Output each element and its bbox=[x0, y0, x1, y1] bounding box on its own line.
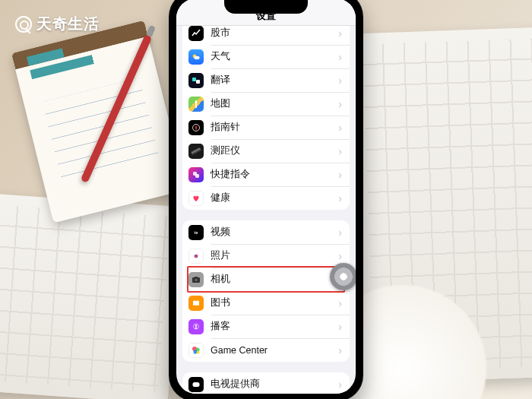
measure-icon bbox=[188, 144, 204, 159]
svg-text:tv: tv bbox=[195, 230, 198, 235]
row-label: 视频 bbox=[211, 226, 331, 239]
row-label: 电视提供商 bbox=[211, 378, 331, 391]
row-label: 健康 bbox=[211, 192, 331, 204]
svg-rect-34 bbox=[193, 382, 200, 387]
svg-point-33 bbox=[197, 350, 200, 353]
row-label: 相机 bbox=[211, 273, 331, 286]
row-camera[interactable]: 相机 › bbox=[182, 268, 350, 291]
chevron-right-icon: › bbox=[338, 169, 342, 181]
svg-rect-2 bbox=[192, 78, 196, 81]
row-label: 翻译 bbox=[211, 74, 331, 87]
phone-screen: 设置 股市 › 天气 › bbox=[176, 0, 356, 394]
row-translate[interactable]: 翻译 › bbox=[182, 68, 350, 92]
books-icon bbox=[188, 296, 204, 311]
camera-icon bbox=[188, 272, 204, 287]
phone-notch bbox=[224, 0, 308, 14]
chevron-right-icon: › bbox=[338, 378, 342, 391]
compass-icon bbox=[188, 120, 204, 135]
settings-group-2: tv 视频 › 照片 › 相机 › bbox=[182, 220, 350, 362]
gamecenter-icon bbox=[188, 343, 204, 358]
row-compass[interactable]: 指南针 › bbox=[182, 116, 350, 139]
svg-rect-7 bbox=[191, 147, 201, 154]
assistive-touch-button[interactable] bbox=[330, 263, 356, 290]
settings-scroll[interactable]: 股市 › 天气 › 翻译 › bbox=[176, 26, 356, 394]
row-label: 股市 bbox=[211, 27, 331, 40]
keyboard-left bbox=[0, 188, 182, 399]
row-label: 天气 bbox=[211, 50, 331, 63]
row-tvprovider[interactable]: 电视提供商 › bbox=[182, 372, 350, 394]
svg-rect-15 bbox=[195, 174, 199, 178]
translate-icon bbox=[188, 73, 204, 88]
svg-point-1 bbox=[194, 55, 199, 59]
row-podcasts[interactable]: 播客 › bbox=[182, 315, 350, 338]
row-label: 图书 bbox=[211, 296, 331, 309]
chevron-right-icon: › bbox=[338, 98, 342, 110]
chevron-right-icon: › bbox=[338, 344, 342, 356]
row-label: 测距仪 bbox=[211, 144, 331, 157]
chevron-right-icon: › bbox=[338, 51, 342, 63]
row-tv[interactable]: tv 视频 › bbox=[182, 220, 350, 244]
chevron-right-icon: › bbox=[338, 250, 342, 262]
row-label: Game Center bbox=[211, 345, 331, 356]
row-weather[interactable]: 天气 › bbox=[182, 45, 350, 68]
svg-point-26 bbox=[195, 278, 198, 281]
photos-icon bbox=[188, 249, 204, 264]
podcasts-icon bbox=[188, 319, 204, 334]
row-gamecenter[interactable]: Game Center › bbox=[182, 338, 350, 362]
row-label: 快捷指令 bbox=[211, 168, 331, 181]
row-label: 指南针 bbox=[211, 121, 331, 134]
chevron-right-icon: › bbox=[338, 297, 342, 309]
row-label: 地图 bbox=[211, 97, 331, 110]
row-label: 照片 bbox=[211, 249, 331, 262]
phone-frame: 设置 股市 › 天气 › bbox=[169, 0, 363, 399]
row-shortcuts[interactable]: 快捷指令 › bbox=[182, 163, 350, 186]
chevron-right-icon: › bbox=[338, 27, 342, 40]
shortcuts-icon bbox=[188, 167, 204, 182]
chevron-right-icon: › bbox=[338, 321, 342, 333]
svg-point-28 bbox=[195, 325, 198, 327]
weather-icon bbox=[188, 49, 204, 65]
settings-group-3: 电视提供商 › bbox=[182, 372, 350, 394]
chevron-right-icon: › bbox=[338, 74, 342, 87]
chevron-right-icon: › bbox=[338, 226, 342, 239]
svg-marker-4 bbox=[195, 100, 198, 103]
settings-group-1: 股市 › 天气 › 翻译 › bbox=[182, 26, 350, 210]
row-health[interactable]: 健康 › bbox=[182, 186, 350, 210]
tvprovider-icon bbox=[188, 377, 204, 392]
row-label: 播客 bbox=[211, 320, 331, 333]
chevron-right-icon: › bbox=[338, 122, 342, 134]
row-stocks[interactable]: 股市 › bbox=[182, 26, 350, 45]
svg-rect-3 bbox=[196, 80, 200, 84]
row-maps[interactable]: 地图 › bbox=[182, 92, 350, 116]
svg-rect-27 bbox=[195, 277, 198, 278]
watermark-text: 天奇生活 bbox=[36, 14, 99, 34]
chevron-right-icon: › bbox=[338, 192, 342, 204]
row-books[interactable]: 图书 › bbox=[182, 291, 350, 315]
svg-marker-6 bbox=[195, 125, 197, 131]
watermark: 天奇生活 bbox=[15, 14, 99, 34]
tv-icon: tv bbox=[188, 225, 204, 240]
health-icon bbox=[188, 191, 204, 206]
stocks-icon bbox=[188, 26, 204, 41]
watermark-icon bbox=[15, 16, 32, 33]
maps-icon bbox=[188, 97, 204, 112]
chevron-right-icon: › bbox=[338, 145, 342, 157]
row-measure[interactable]: 测距仪 › bbox=[182, 139, 350, 163]
row-photos[interactable]: 照片 › bbox=[182, 244, 350, 268]
